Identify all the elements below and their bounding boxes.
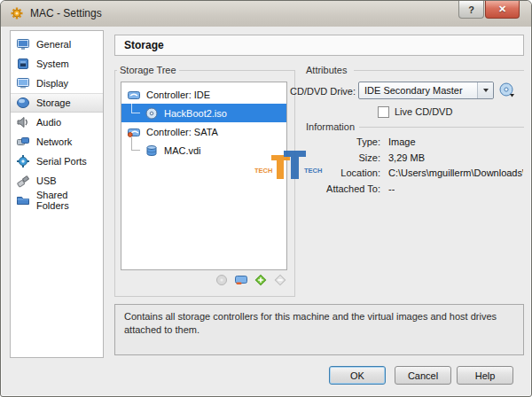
system-icon: [16, 57, 30, 71]
sidebar-item-usb[interactable]: USB: [11, 171, 103, 191]
network-icon: [16, 135, 30, 149]
combo-dropdown-zone[interactable]: [477, 82, 493, 98]
help-button-label: Help: [475, 370, 496, 381]
info-location-label: Location:: [293, 167, 380, 178]
sidebar-item-label: Network: [36, 136, 72, 147]
sidebar-item-label: Shared Folders: [36, 190, 103, 211]
sidebar-item-label: Audio: [36, 117, 61, 128]
page-title: Storage: [114, 35, 524, 56]
cancel-button-label: Cancel: [408, 370, 438, 381]
cd-dvd-drive-label: CD/DVD Drive:: [289, 86, 356, 97]
choose-disk-image-button[interactable]: [498, 82, 516, 99]
ok-button-label: OK: [350, 370, 364, 381]
sidebar-item-label: Display: [36, 78, 68, 89]
help-glyph: ?: [468, 4, 474, 15]
sidebar-item-label: Storage: [36, 97, 71, 108]
sidebar-item-label: General: [36, 39, 71, 50]
add-attachment-button-icon[interactable]: [254, 273, 268, 287]
audio-icon: [16, 115, 30, 129]
settings-window: MAC - Settings ? ✕ General System Displa…: [0, 0, 532, 397]
settings-category-list: General System Display Storage Audio Net…: [10, 30, 104, 358]
remove-attachment-button-disabled-icon[interactable]: [273, 273, 287, 287]
usb-icon: [16, 174, 30, 188]
info-type-value: Image: [388, 136, 416, 147]
info-location-value: C:\Users\mguillerm\Downloads\H...: [388, 167, 523, 178]
sidebar-item-audio[interactable]: Audio: [11, 113, 103, 132]
virtualbox-settings-icon: [10, 6, 24, 20]
live-cd-checkbox[interactable]: [378, 106, 389, 118]
tree-row-label: Controller: IDE: [146, 90, 210, 100]
ok-button[interactable]: OK: [329, 366, 386, 385]
cancel-button[interactable]: Cancel: [395, 366, 451, 385]
display-icon: [16, 76, 30, 90]
storage-icon: [16, 96, 30, 110]
storage-tree[interactable]: Controller: IDE HackBoot2.iso Controller…: [121, 82, 287, 270]
attributes-group-line: [354, 70, 524, 71]
sidebar-item-storage[interactable]: Storage: [11, 93, 103, 113]
info-attached-to-label: Attached To:: [293, 183, 380, 194]
tree-row-hackboot2-iso[interactable]: HackBoot2.iso: [121, 104, 286, 122]
sidebar-item-shared-folders[interactable]: Shared Folders: [11, 191, 103, 210]
serial-ports-icon: [16, 154, 30, 168]
tree-row-label: Controller: SATA: [146, 127, 218, 137]
tree-row-mac-vdi[interactable]: MAC.vdi: [121, 141, 286, 160]
information-group-label: Information: [303, 121, 357, 132]
help-button[interactable]: Help: [457, 366, 513, 385]
sidebar-item-network[interactable]: Network: [11, 132, 103, 152]
add-cd-device-button-disabled-icon[interactable]: [215, 273, 229, 287]
hard-disk-icon: [145, 144, 159, 158]
general-icon: [16, 37, 30, 51]
info-size-value: 3,29 MB: [388, 152, 425, 163]
storage-tree-toolbar: [121, 273, 287, 287]
titlebar-close-button[interactable]: ✕: [485, 1, 520, 19]
tree-row-label: HackBoot2.iso: [164, 108, 227, 119]
sidebar-item-label: Serial Ports: [36, 156, 87, 167]
page-title-text: Storage: [124, 39, 164, 51]
live-cd-label: Live CD/DVD: [395, 106, 452, 117]
sidebar-item-general[interactable]: General: [11, 35, 103, 54]
tree-row-controller-ide[interactable]: Controller: IDE: [121, 85, 286, 104]
tree-row-label: MAC.vdi: [164, 145, 201, 156]
context-help-box: Contains all storage controllers for thi…: [114, 304, 524, 355]
sidebar-item-system[interactable]: System: [11, 54, 103, 74]
sidebar-item-label: USB: [36, 175, 57, 186]
shared-folders-icon: [16, 193, 30, 207]
sidebar-item-display[interactable]: Display: [11, 74, 103, 93]
add-controller-button-icon[interactable]: [234, 273, 248, 287]
window-title: MAC - Settings: [30, 7, 102, 19]
info-type-label: Type:: [293, 136, 380, 147]
cd-dvd-drive-value: IDE Secondary Master: [364, 85, 463, 96]
cd-disc-icon: [145, 106, 159, 121]
information-group-line: [359, 127, 524, 128]
info-attached-to-value: --: [388, 183, 395, 194]
attributes-group-label: Attributes: [303, 65, 349, 75]
sidebar-item-serial-ports[interactable]: Serial Ports: [11, 152, 103, 171]
titlebar[interactable]: MAC - Settings ? ✕: [1, 1, 531, 27]
close-icon: ✕: [498, 4, 506, 15]
info-size-label: Size:: [293, 152, 380, 163]
sidebar-item-label: System: [36, 58, 69, 69]
cd-menu-icon: [498, 82, 516, 99]
storage-tree-group-label: Storage Tree: [117, 65, 179, 75]
tree-row-controller-sata[interactable]: Controller: SATA: [121, 122, 286, 141]
context-help-text: Contains all storage controllers for thi…: [124, 311, 497, 335]
titlebar-help-button[interactable]: ?: [458, 1, 484, 19]
cd-dvd-drive-select[interactable]: IDE Secondary Master: [358, 82, 494, 99]
chevron-down-icon: [483, 89, 489, 92]
